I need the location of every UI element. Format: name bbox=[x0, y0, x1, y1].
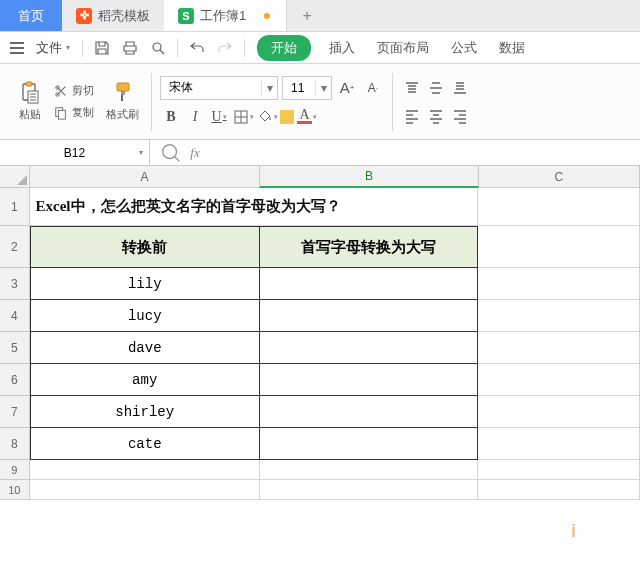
cell[interactable] bbox=[260, 332, 479, 364]
row-header[interactable]: 1 bbox=[0, 188, 30, 226]
cell[interactable] bbox=[30, 460, 260, 480]
row-header[interactable]: 8 bbox=[0, 428, 30, 460]
hamburger-menu-icon[interactable] bbox=[6, 37, 28, 59]
align-middle-button[interactable] bbox=[425, 77, 447, 99]
cell-name[interactable]: shirley bbox=[30, 396, 260, 428]
scissors-icon bbox=[54, 84, 68, 98]
tab-add-button[interactable]: + bbox=[287, 0, 327, 31]
row-header[interactable]: 4 bbox=[0, 300, 30, 332]
cell[interactable] bbox=[478, 460, 640, 480]
row-7: 7 shirley bbox=[0, 396, 640, 428]
row-header[interactable]: 6 bbox=[0, 364, 30, 396]
cell[interactable] bbox=[260, 428, 479, 460]
spreadsheet-grid: A B C 1 Excel中，怎么把英文名字的首字母改为大写？ 2 转换前 首写… bbox=[0, 166, 640, 500]
row-header[interactable]: 3 bbox=[0, 268, 30, 300]
undo-icon[interactable] bbox=[184, 35, 210, 61]
cell[interactable] bbox=[478, 300, 640, 332]
format-painter-label: 格式刷 bbox=[106, 107, 139, 122]
row-8: 8 cate bbox=[0, 428, 640, 460]
menu-data[interactable]: 数据 bbox=[489, 35, 535, 61]
cell[interactable] bbox=[478, 188, 640, 226]
font-size-select[interactable]: 11 ▾ bbox=[282, 76, 332, 100]
print-icon[interactable] bbox=[117, 35, 143, 61]
document-tabs: 首页 ✜ 稻壳模板 S 工作簿1 + bbox=[0, 0, 640, 32]
row-header[interactable]: 7 bbox=[0, 396, 30, 428]
separator bbox=[244, 39, 245, 57]
underline-button[interactable]: U▾ bbox=[208, 106, 230, 128]
redo-icon[interactable] bbox=[212, 35, 238, 61]
name-box-input[interactable] bbox=[35, 146, 115, 160]
cell-title[interactable]: Excel中，怎么把英文名字的首字母改为大写？ bbox=[30, 188, 479, 226]
cell-name[interactable]: amy bbox=[30, 364, 260, 396]
row-header[interactable]: 5 bbox=[0, 332, 30, 364]
row-1: 1 Excel中，怎么把英文名字的首字母改为大写？ bbox=[0, 188, 640, 226]
paste-label: 粘贴 bbox=[19, 107, 41, 122]
cell-header-before[interactable]: 转换前 bbox=[30, 226, 260, 268]
save-icon[interactable] bbox=[89, 35, 115, 61]
cell[interactable] bbox=[260, 460, 479, 480]
font-name-select[interactable]: 宋体 ▾ bbox=[160, 76, 278, 100]
cell[interactable] bbox=[260, 396, 479, 428]
cell-name[interactable]: cate bbox=[30, 428, 260, 460]
cell-name[interactable]: lily bbox=[30, 268, 260, 300]
menu-file[interactable]: 文件 ▾ bbox=[30, 35, 76, 61]
cell[interactable] bbox=[260, 480, 479, 500]
tab-workbook1[interactable]: S 工作簿1 bbox=[164, 0, 287, 31]
select-all-corner[interactable] bbox=[0, 166, 30, 188]
cell[interactable] bbox=[260, 300, 479, 332]
cell[interactable] bbox=[260, 364, 479, 396]
align-bottom-button[interactable] bbox=[449, 77, 471, 99]
italic-button[interactable]: I bbox=[184, 106, 206, 128]
align-right-button[interactable] bbox=[449, 105, 471, 127]
chevron-down-icon: ▾ bbox=[139, 148, 143, 157]
align-top-button[interactable] bbox=[401, 77, 423, 99]
row-6: 6 amy bbox=[0, 364, 640, 396]
cell-name[interactable]: lucy bbox=[30, 300, 260, 332]
bold-button[interactable]: B bbox=[160, 106, 182, 128]
cell[interactable] bbox=[478, 332, 640, 364]
copy-label: 复制 bbox=[72, 105, 94, 120]
cut-button[interactable]: 剪切 bbox=[50, 81, 98, 101]
cell[interactable] bbox=[478, 428, 640, 460]
cell[interactable] bbox=[478, 226, 640, 268]
font-color-button[interactable]: A▾ bbox=[296, 106, 318, 128]
menu-insert[interactable]: 插入 bbox=[319, 35, 365, 61]
row-4: 4 lucy bbox=[0, 300, 640, 332]
cell[interactable] bbox=[478, 396, 640, 428]
col-header-a[interactable]: A bbox=[30, 166, 260, 188]
cell[interactable] bbox=[478, 268, 640, 300]
svg-rect-7 bbox=[58, 110, 65, 119]
col-header-b[interactable]: B bbox=[260, 166, 478, 188]
cell-name[interactable]: dave bbox=[30, 332, 260, 364]
col-header-c[interactable]: C bbox=[479, 166, 640, 188]
cell[interactable] bbox=[478, 480, 640, 500]
row-header[interactable]: 10 bbox=[0, 480, 30, 500]
cell[interactable] bbox=[30, 480, 260, 500]
menu-start[interactable]: 开始 bbox=[257, 35, 311, 61]
cell[interactable] bbox=[260, 268, 479, 300]
borders-button[interactable]: ▾ bbox=[232, 106, 254, 128]
tab-docker-templates[interactable]: ✜ 稻壳模板 bbox=[62, 0, 164, 31]
fx-button[interactable]: fx bbox=[184, 142, 206, 164]
font-grow-button[interactable]: A+ bbox=[336, 77, 358, 99]
row-header[interactable]: 9 bbox=[0, 460, 30, 480]
preview-icon[interactable] bbox=[145, 35, 171, 61]
copy-button[interactable]: 复制 bbox=[50, 103, 98, 123]
align-center-button[interactable] bbox=[425, 105, 447, 127]
row-header[interactable]: 2 bbox=[0, 226, 30, 268]
cell-header-after[interactable]: 首写字母转换为大写 bbox=[260, 226, 479, 268]
separator bbox=[392, 73, 393, 131]
menu-formula[interactable]: 公式 bbox=[441, 35, 487, 61]
format-painter-button[interactable]: 格式刷 bbox=[102, 79, 143, 124]
font-shrink-button[interactable]: A- bbox=[362, 77, 384, 99]
fill-color-button[interactable]: ▾ bbox=[256, 106, 278, 128]
spreadsheet-icon: S bbox=[178, 8, 194, 24]
cancel-fx-icon[interactable] bbox=[160, 142, 182, 164]
align-left-button[interactable] bbox=[401, 105, 423, 127]
fire-icon: ✜ bbox=[76, 8, 92, 24]
name-box[interactable]: ▾ bbox=[0, 140, 150, 165]
menu-page-layout[interactable]: 页面布局 bbox=[367, 35, 439, 61]
paste-button[interactable]: 粘贴 bbox=[14, 79, 46, 124]
cell[interactable] bbox=[478, 364, 640, 396]
tab-home[interactable]: 首页 bbox=[0, 0, 62, 31]
